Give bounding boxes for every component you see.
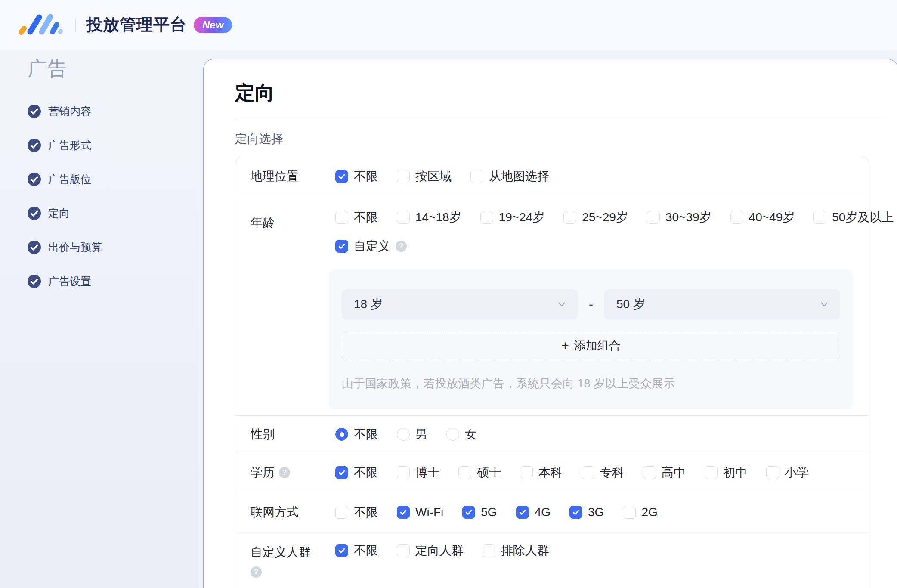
add-combination-button[interactable]: + 添加组合 (342, 332, 840, 359)
checkbox-option[interactable]: 本科 (520, 464, 563, 481)
checkbox-checked[interactable] (335, 544, 348, 557)
checkbox-unchecked[interactable] (766, 466, 779, 479)
sidebar-item-label: 广告形式 (48, 138, 91, 152)
row-custom-audience: 自定义人群 ? 不限定向人群排除人群 (235, 532, 869, 588)
checkbox-unchecked[interactable] (483, 544, 495, 557)
checkbox-option[interactable]: 19~24岁 (480, 209, 545, 226)
age-to-select[interactable]: 50 岁 (604, 289, 840, 319)
radio-option[interactable]: 女 (446, 426, 477, 443)
checkbox-unchecked[interactable] (813, 211, 826, 224)
sidebar-item-2[interactable]: 广告版位 (28, 162, 199, 196)
checkbox-checked[interactable] (335, 170, 348, 183)
radio-checked[interactable] (335, 428, 348, 441)
checkbox-checked[interactable] (397, 506, 410, 519)
sidebar: 广告 营销内容广告形式广告版位定向出价与预算广告设置 (0, 50, 199, 588)
checkbox-unchecked[interactable] (643, 466, 656, 479)
checkbox-checked[interactable] (335, 466, 348, 479)
checkbox-option[interactable]: 硕士 (458, 464, 501, 481)
option-label: 4G (535, 505, 551, 519)
targeting-card: 定向 定向选择 地理位置 不限按区域从地图选择 年龄 不限14~18岁19~24… (203, 59, 897, 588)
checkbox-option[interactable]: 不限 (335, 504, 378, 520)
checkbox-unchecked[interactable] (335, 211, 348, 224)
checkbox-checked[interactable] (335, 240, 348, 253)
checkbox-option[interactable]: 排除人群 (483, 542, 549, 559)
radio-unchecked[interactable] (397, 428, 410, 441)
checkbox-option[interactable]: 2G (623, 505, 657, 519)
sidebar-item-1[interactable]: 广告形式 (28, 128, 199, 162)
checkbox-option[interactable]: 定向人群 (397, 542, 464, 559)
checkbox-option[interactable]: 25~29岁 (563, 209, 628, 226)
checkbox-option[interactable]: 专科 (582, 464, 624, 481)
checkbox-option[interactable]: 博士 (397, 464, 439, 481)
checkbox-unchecked[interactable] (582, 466, 594, 479)
checkbox-unchecked[interactable] (458, 466, 471, 479)
checkbox-option[interactable]: 自定义? (335, 238, 407, 254)
sidebar-step-list: 营销内容广告形式广告版位定向出价与预算广告设置 (28, 94, 199, 298)
title-divider (235, 119, 885, 119)
checkbox-unchecked[interactable] (470, 170, 483, 183)
option-label: 初中 (723, 464, 747, 481)
age-from-select[interactable]: 18 岁 (342, 289, 578, 319)
checkbox-unchecked[interactable] (563, 211, 576, 224)
checkbox-option[interactable]: 小学 (766, 464, 809, 481)
checkbox-option[interactable]: 不限 (335, 168, 378, 185)
checkbox-option[interactable]: 30~39岁 (647, 209, 711, 226)
option-label: 小学 (785, 464, 809, 481)
checkbox-option[interactable]: 5G (462, 505, 497, 519)
sidebar-item-label: 出价与预算 (48, 240, 102, 254)
sidebar-item-0[interactable]: 营销内容 (28, 94, 199, 128)
step-done-icon (28, 139, 41, 152)
option-label: 不限 (354, 464, 378, 481)
checkbox-option[interactable]: 4G (516, 505, 551, 519)
sidebar-item-3[interactable]: 定向 (28, 196, 199, 230)
checkbox-option[interactable]: 从地图选择 (470, 168, 549, 185)
checkbox-unchecked[interactable] (397, 466, 410, 479)
checkbox-option[interactable]: 50岁及以上 (813, 209, 894, 226)
checkbox-option[interactable]: 按区域 (397, 168, 452, 185)
option-label: 14~18岁 (415, 209, 461, 226)
radio-option[interactable]: 男 (397, 426, 427, 443)
gender-label: 性别 (251, 426, 335, 443)
education-label-text: 学历 (251, 464, 275, 481)
checkbox-unchecked[interactable] (520, 466, 533, 479)
radio-option[interactable]: 不限 (335, 426, 378, 443)
checkbox-option[interactable]: 不限 (335, 542, 378, 559)
step-done-icon (28, 241, 41, 254)
checkbox-option[interactable]: 不限 (335, 209, 378, 226)
checkbox-option[interactable]: 40~49岁 (730, 209, 795, 226)
radio-unchecked[interactable] (446, 428, 459, 441)
checkbox-unchecked[interactable] (397, 544, 410, 557)
sidebar-item-5[interactable]: 广告设置 (28, 264, 199, 298)
help-icon[interactable]: ? (279, 467, 290, 478)
option-label: 不限 (354, 209, 378, 226)
option-label: 本科 (538, 464, 563, 481)
checkbox-unchecked[interactable] (335, 506, 348, 519)
checkbox-option[interactable]: 3G (569, 505, 604, 519)
checkbox-unchecked[interactable] (397, 170, 410, 183)
help-icon[interactable]: ? (251, 566, 262, 578)
option-label: 40~49岁 (749, 209, 795, 226)
checkbox-unchecked[interactable] (647, 211, 660, 224)
checkbox-option[interactable]: 初中 (705, 464, 747, 481)
plus-icon: + (561, 339, 569, 352)
help-icon[interactable]: ? (396, 241, 407, 252)
checkbox-checked[interactable] (569, 506, 582, 519)
checkbox-checked[interactable] (516, 506, 529, 519)
option-label: 专科 (600, 464, 624, 481)
checkbox-option[interactable]: 不限 (335, 464, 378, 481)
checkbox-option[interactable]: Wi-Fi (397, 505, 443, 519)
checkbox-option[interactable]: 14~18岁 (397, 209, 461, 226)
header-divider (75, 18, 76, 32)
checkbox-checked[interactable] (462, 506, 475, 519)
checkbox-unchecked[interactable] (623, 506, 636, 519)
checkbox-unchecked[interactable] (730, 211, 743, 224)
sidebar-item-4[interactable]: 出价与预算 (28, 230, 199, 264)
checkbox-option[interactable]: 高中 (643, 464, 686, 481)
checkbox-unchecked[interactable] (480, 211, 493, 224)
option-label: 3G (588, 505, 604, 519)
audience-label: 自定义人群 ? (251, 544, 335, 578)
checkbox-unchecked[interactable] (705, 466, 718, 479)
app-logo-icon (17, 14, 63, 36)
checkbox-unchecked[interactable] (397, 211, 410, 224)
option-label: 按区域 (415, 168, 452, 185)
